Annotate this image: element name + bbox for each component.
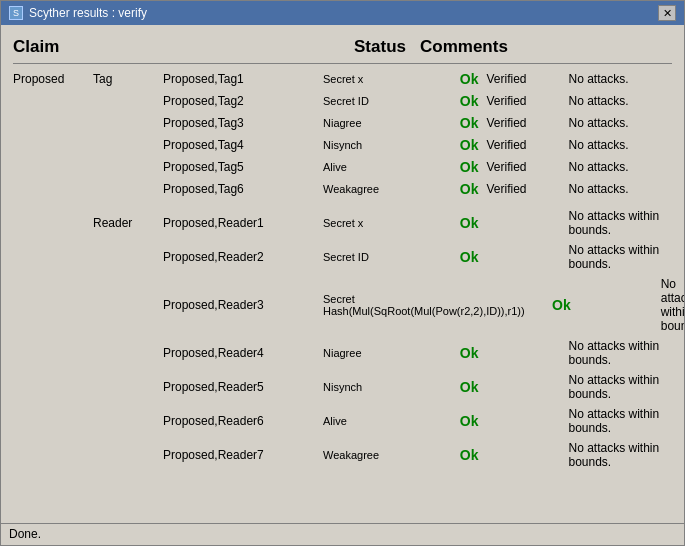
table-row: Proposed,Tag2Secret IDOkVerifiedNo attac…	[13, 90, 672, 112]
table-row: Proposed,Tag3NiagreeOkVerifiedNo attacks…	[13, 112, 672, 134]
table-row: Proposed,Reader3Secret Hash(Mul(SqRoot(M…	[13, 274, 672, 336]
table-row: Proposed,Tag6WeakagreeOkVerifiedNo attac…	[13, 178, 672, 200]
close-button[interactable]: ✕	[658, 5, 676, 21]
window-icon: S	[9, 6, 23, 20]
window-title: Scyther results : verify	[29, 6, 147, 20]
title-bar-left: S Scyther results : verify	[9, 6, 147, 20]
table-row: Proposed,Reader6AliveOkNo attacks within…	[13, 404, 672, 438]
status-text: Done.	[9, 527, 41, 541]
rows-container: ProposedTagProposed,Tag1Secret xOkVerifi…	[13, 68, 672, 472]
status-header: Status	[352, 37, 412, 57]
column-headers: Claim Status Comments	[13, 33, 672, 64]
table-row: Proposed,Reader5NisynchOkNo attacks with…	[13, 370, 672, 404]
table-row: ProposedTagProposed,Tag1Secret xOkVerifi…	[13, 68, 672, 90]
table-row: ReaderProposed,Reader1Secret xOkNo attac…	[13, 206, 672, 240]
table-row: Proposed,Tag4NisynchOkVerifiedNo attacks…	[13, 134, 672, 156]
table-row: Proposed,Reader7WeakagreeOkNo attacks wi…	[13, 438, 672, 472]
table-row: Proposed,Reader2Secret IDOkNo attacks wi…	[13, 240, 672, 274]
main-window: S Scyther results : verify ✕ Claim Statu…	[0, 0, 685, 546]
claim-header: Claim	[13, 37, 352, 57]
table-row: Proposed,Reader4NiagreeOkNo attacks with…	[13, 336, 672, 370]
content-area: Claim Status Comments ProposedTagPropose…	[1, 25, 684, 523]
comments-header: Comments	[412, 37, 672, 57]
status-bar: Done.	[1, 523, 684, 545]
table-row: Proposed,Tag5AliveOkVerifiedNo attacks.	[13, 156, 672, 178]
title-bar: S Scyther results : verify ✕	[1, 1, 684, 25]
